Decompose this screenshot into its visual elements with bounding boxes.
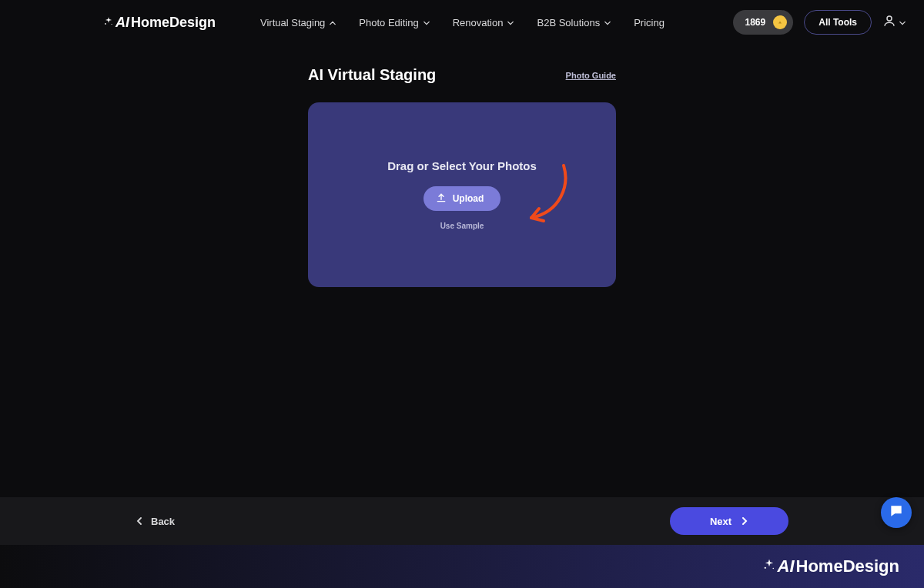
sparkle-icon	[762, 556, 776, 576]
chevron-up-icon	[330, 17, 336, 28]
svg-point-3	[887, 16, 892, 21]
nav-photo-editing[interactable]: Photo Editing	[359, 17, 429, 28]
brand-text-name: HomeDesign	[796, 556, 899, 576]
user-menu[interactable]	[882, 14, 906, 31]
logo[interactable]: AI HomeDesign	[103, 15, 216, 31]
title-row: AI Virtual Staging Photo Guide	[308, 66, 616, 84]
nav-label: Renovation	[453, 17, 504, 28]
nav-label: Pricing	[634, 17, 665, 28]
upload-heading: Drag or Select Your Photos	[387, 159, 537, 172]
upload-icon	[436, 192, 447, 205]
chevron-down-icon	[424, 17, 430, 28]
main-content: AI Virtual Staging Photo Guide Drag or S…	[0, 45, 924, 497]
coin-icon	[773, 15, 787, 29]
nav: Virtual Staging Photo Editing Renovation…	[260, 17, 665, 28]
nav-pricing[interactable]: Pricing	[634, 17, 665, 28]
photo-guide-link[interactable]: Photo Guide	[566, 71, 616, 80]
brand-strip: AI HomeDesign	[0, 545, 924, 588]
nav-virtual-staging[interactable]: Virtual Staging	[260, 17, 336, 28]
upload-panel[interactable]: Drag or Select Your Photos Upload Use Sa…	[308, 102, 616, 287]
annotation-arrow-icon	[524, 162, 573, 233]
footer-bar: Back Next	[0, 497, 924, 545]
back-button[interactable]: Back	[136, 516, 175, 527]
page-title: AI Virtual Staging	[308, 66, 436, 84]
next-label: Next	[710, 516, 732, 527]
all-tools-button[interactable]: All Tools	[804, 10, 872, 35]
chevron-down-icon	[899, 15, 906, 29]
credits-pill[interactable]: 1869	[733, 10, 794, 35]
user-icon	[882, 14, 896, 31]
logo-text-ai: AI	[116, 15, 129, 31]
nav-label: Virtual Staging	[260, 17, 325, 28]
header-right: 1869 All Tools	[733, 10, 906, 35]
nav-label: Photo Editing	[359, 17, 418, 28]
next-button[interactable]: Next	[670, 507, 788, 535]
chevron-down-icon	[507, 17, 514, 28]
nav-b2b-solutions[interactable]: B2B Solutions	[537, 17, 611, 28]
header: AI HomeDesign Virtual Staging Photo Edit…	[0, 0, 924, 45]
back-label: Back	[151, 516, 175, 527]
svg-point-4	[764, 567, 765, 569]
svg-point-1	[112, 23, 112, 24]
credits-count: 1869	[745, 17, 766, 28]
upload-button-label: Upload	[453, 193, 484, 204]
svg-point-0	[105, 23, 106, 25]
chat-icon	[889, 503, 904, 522]
chevron-left-icon	[136, 516, 143, 527]
logo-text-brand: HomeDesign	[131, 15, 216, 31]
all-tools-label: All Tools	[819, 17, 857, 28]
chevron-down-icon	[604, 17, 611, 28]
use-sample-link[interactable]: Use Sample	[440, 222, 484, 230]
brand-logo: AI HomeDesign	[762, 556, 899, 576]
nav-renovation[interactable]: Renovation	[453, 17, 514, 28]
brand-text-ai: AI	[778, 556, 795, 576]
upload-button[interactable]: Upload	[424, 186, 501, 211]
chevron-right-icon	[741, 516, 748, 527]
sparkle-icon	[103, 15, 114, 31]
chat-bubble-button[interactable]	[881, 497, 912, 528]
nav-label: B2B Solutions	[537, 17, 600, 28]
svg-point-5	[772, 568, 774, 570]
